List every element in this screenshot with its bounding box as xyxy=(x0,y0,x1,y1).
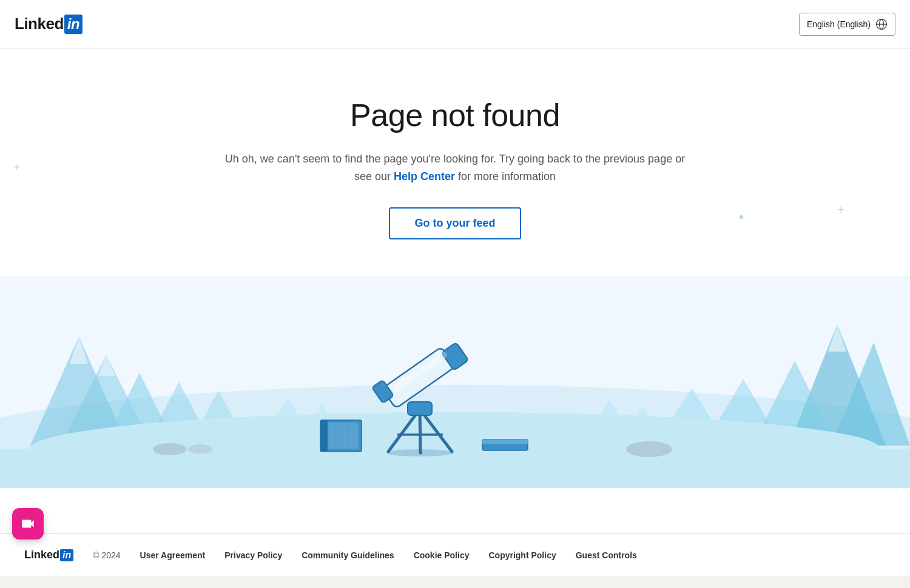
footer-link-user-agreement[interactable]: User Agreement xyxy=(140,550,206,560)
svg-rect-28 xyxy=(323,423,359,449)
svg-point-22 xyxy=(188,444,212,454)
svg-point-40 xyxy=(386,449,453,456)
footer-copyright: © 2024 xyxy=(93,550,120,560)
footer-link-community-guidelines[interactable]: Community Guidelines xyxy=(302,550,394,560)
page-title: Page not found xyxy=(224,97,686,133)
main-content: + + Page not found Uh oh, we can't seem … xyxy=(0,48,910,533)
video-button[interactable] xyxy=(12,508,44,540)
footer-link-privacy-policy[interactable]: Privacy Policy xyxy=(224,550,282,560)
text-section: Page not found Uh oh, we can't seem to f… xyxy=(212,48,698,264)
svg-rect-41 xyxy=(408,402,432,415)
deco-plus-2: + xyxy=(837,203,844,217)
linkedin-logo[interactable]: Linkedin xyxy=(15,15,83,34)
footer-link-copyright-policy[interactable]: Copyright Policy xyxy=(488,550,556,560)
desc-part2: for more information xyxy=(455,170,556,182)
svg-rect-20 xyxy=(0,449,910,488)
lang-label: English (English) xyxy=(807,19,871,29)
scene-svg xyxy=(0,276,910,488)
description: Uh oh, we can't seem to find the page yo… xyxy=(224,150,686,185)
video-icon xyxy=(20,516,36,532)
language-selector[interactable]: English (English) xyxy=(799,13,895,36)
deco-plus-1: + xyxy=(13,161,21,175)
illustration-area xyxy=(0,276,910,533)
footer-logo-text: Linked xyxy=(24,549,59,561)
footer-logo[interactable]: Linkedin xyxy=(24,549,73,561)
header: Linkedin English (English) xyxy=(0,0,910,48)
help-center-link[interactable]: Help Center xyxy=(394,170,455,182)
go-to-feed-button[interactable]: Go to your feed xyxy=(389,207,521,239)
footer-logo-in: in xyxy=(60,549,73,561)
globe-icon xyxy=(875,18,888,30)
logo-text: Linked xyxy=(15,15,64,33)
deco-dot-2 xyxy=(740,215,743,219)
svg-point-23 xyxy=(626,441,672,457)
svg-point-21 xyxy=(153,443,187,455)
svg-rect-33 xyxy=(320,420,328,452)
logo-in: in xyxy=(64,15,83,34)
footer-link-guest-controls[interactable]: Guest Controls xyxy=(576,550,637,560)
footer: Linkedin © 2024 User Agreement Privacy P… xyxy=(0,533,910,576)
footer-link-cookie-policy[interactable]: Cookie Policy xyxy=(414,550,470,560)
svg-rect-35 xyxy=(482,439,528,444)
